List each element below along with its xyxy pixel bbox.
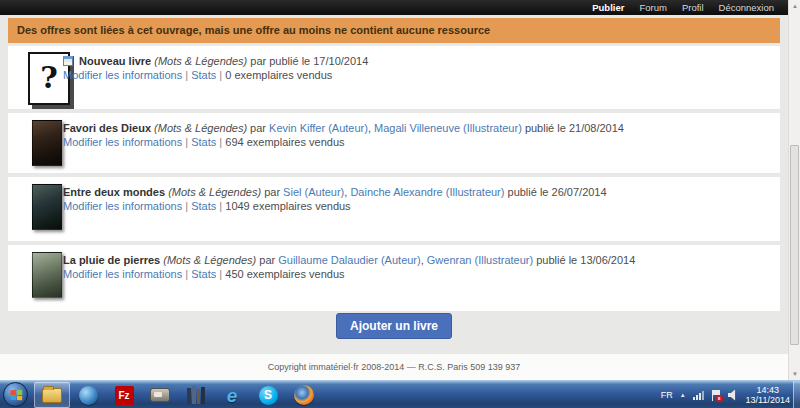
illustrator-link[interactable]: Gwenran (Illustrateur)	[427, 254, 533, 266]
published-date: publié le 13/06/2014	[536, 254, 635, 266]
show-desktop-button[interactable]	[793, 381, 800, 408]
separator: |	[219, 136, 222, 148]
add-book-button[interactable]: Ajouter un livre	[336, 313, 452, 339]
scroll-up-icon[interactable]: ▲	[789, 0, 800, 12]
sales-count: 694 exemplaires vendus	[225, 136, 344, 148]
separator: |	[219, 268, 222, 280]
windows-taskbar: Fz e S FR ▲ x	[0, 380, 800, 408]
add-book-row: Ajouter un livre	[8, 313, 780, 339]
internet-explorer-icon: e	[227, 386, 238, 405]
book-series: (Mots & Légendes)	[154, 55, 247, 67]
nav-forum[interactable]: Forum	[639, 0, 666, 15]
book-row-entre-deux-mondes: Entre deux mondes (Mots & Légendes) par …	[8, 177, 780, 241]
firefox-icon	[294, 385, 314, 405]
skype-taskbar-button[interactable]: S	[250, 382, 286, 408]
copyright-text: Copyright immatériel·fr 2008-2014 — R.C.…	[268, 362, 521, 372]
skype-icon: S	[259, 386, 278, 405]
book-title-line: Favori des Dieux (Mots & Légendes) par K…	[63, 121, 770, 135]
internet-explorer-taskbar-button[interactable]: e	[214, 382, 250, 408]
book-title-line: Nouveau livre (Mots & Légendes) par publ…	[63, 54, 770, 68]
book-row-favori-des-dieux: Favori des Dieux (Mots & Légendes) par K…	[8, 113, 780, 173]
explorer-taskbar-button[interactable]	[34, 382, 70, 408]
book-title: Nouveau livre	[79, 55, 151, 67]
filezilla-taskbar-button[interactable]: Fz	[106, 382, 142, 408]
byline-par: par	[259, 254, 275, 266]
stats-link[interactable]: Stats	[191, 268, 216, 280]
gray-app-taskbar-button[interactable]	[142, 382, 178, 408]
volume-icon[interactable]	[728, 390, 739, 401]
book-title: Entre deux mondes	[63, 186, 165, 198]
book-row-nouveau-livre: ? Nouveau livre (Mots & Légendes) par pu…	[8, 46, 780, 109]
globe-app-taskbar-button[interactable]	[70, 382, 106, 408]
system-tray: FR ▲ x 14:43 13/11/2014	[661, 381, 792, 408]
offers-warning-banner: Des offres sont liées à cet ouvrage, mai…	[8, 18, 780, 43]
book-links-line: Modifier les informations | Stats | 450 …	[63, 267, 770, 281]
stats-link[interactable]: Stats	[191, 200, 216, 212]
separator: |	[185, 268, 188, 280]
book-info: Nouveau livre (Mots & Légendes) par publ…	[63, 54, 770, 82]
published-date: publié le 21/08/2014	[525, 122, 624, 134]
nav-publier[interactable]: Publier	[592, 0, 624, 15]
library-taskbar-button[interactable]	[178, 382, 214, 408]
vertical-scrollbar[interactable]: ▲ ▼	[788, 0, 800, 380]
clock[interactable]: 14:43 13/11/2014	[746, 385, 792, 405]
book-cover-thumbnail[interactable]	[32, 120, 62, 166]
modify-info-link[interactable]: Modifier les informations	[63, 69, 182, 81]
nav-deconnexion[interactable]: Déconnexion	[719, 0, 774, 15]
separator: |	[185, 69, 188, 81]
byline-par: par	[264, 186, 280, 198]
book-title-line: Entre deux mondes (Mots & Légendes) par …	[63, 185, 770, 199]
book-links-line: Modifier les informations | Stats | 694 …	[63, 135, 770, 149]
filezilla-icon: Fz	[115, 386, 134, 405]
illustrator-link[interactable]: Dainche Alexandre (Illustrateur)	[350, 186, 504, 198]
book-series: (Mots & Légendes)	[154, 122, 247, 134]
windows-logo-icon	[10, 389, 22, 400]
author-link[interactable]: Siel (Auteur)	[283, 186, 344, 198]
gray-app-icon	[150, 388, 170, 402]
books-icon	[187, 386, 205, 404]
author-link[interactable]: Guillaume Dalaudier (Auteur)	[278, 254, 420, 266]
separator: ,	[344, 186, 347, 198]
windows-explorer-icon	[42, 388, 62, 403]
stats-link[interactable]: Stats	[191, 69, 216, 81]
language-indicator[interactable]: FR	[661, 390, 673, 400]
separator: ,	[421, 254, 424, 266]
book-row-la-pluie-de-pierres: La pluie de pierres (Mots & Légendes) pa…	[8, 245, 780, 311]
start-button[interactable]	[3, 382, 28, 407]
modify-info-link[interactable]: Modifier les informations	[63, 200, 182, 212]
scroll-down-icon[interactable]: ▼	[789, 368, 800, 380]
book-links-line: Modifier les informations | Stats | 0 ex…	[63, 68, 770, 82]
book-byline: par publié le 17/10/2014	[250, 55, 368, 67]
action-center-flag-icon[interactable]: x	[711, 390, 721, 401]
desktop-screen: Publier Forum Profil Déconnexion ▲ ▼ Des…	[0, 0, 800, 408]
tray-expand-icon[interactable]: ▲	[680, 392, 686, 398]
modify-info-link[interactable]: Modifier les informations	[63, 136, 182, 148]
book-title: La pluie de pierres	[63, 254, 160, 266]
book-cover-thumbnail[interactable]	[32, 184, 62, 230]
firefox-taskbar-button[interactable]	[286, 382, 322, 408]
book-series: (Mots & Légendes)	[168, 186, 261, 198]
top-navigation-bar: Publier Forum Profil Déconnexion	[0, 0, 788, 15]
separator: ,	[368, 122, 371, 134]
byline-par: par	[250, 122, 266, 134]
taskbar-icons: Fz e S	[34, 381, 322, 408]
author-link[interactable]: Kevin Kiffer (Auteur)	[269, 122, 368, 134]
illustrator-link[interactable]: Magali Villeneuve (Illustrateur)	[374, 122, 522, 134]
clock-time: 14:43	[746, 385, 790, 395]
book-series: (Mots & Légendes)	[163, 254, 256, 266]
sales-count: 1049 exemplaires vendus	[225, 200, 350, 212]
globe-icon	[79, 386, 98, 405]
scrollbar-thumb[interactable]	[790, 145, 799, 345]
error-badge: x	[716, 395, 723, 402]
clock-date: 13/11/2014	[746, 395, 790, 405]
network-icon[interactable]	[693, 391, 704, 400]
nav-profil[interactable]: Profil	[682, 0, 704, 15]
book-info: La pluie de pierres (Mots & Légendes) pa…	[63, 253, 770, 281]
book-title-line: La pluie de pierres (Mots & Légendes) pa…	[63, 253, 770, 267]
new-book-icon	[63, 56, 73, 66]
book-info: Favori des Dieux (Mots & Légendes) par K…	[63, 121, 770, 149]
separator: |	[219, 69, 222, 81]
stats-link[interactable]: Stats	[191, 136, 216, 148]
book-cover-thumbnail[interactable]	[32, 252, 62, 298]
modify-info-link[interactable]: Modifier les informations	[63, 268, 182, 280]
